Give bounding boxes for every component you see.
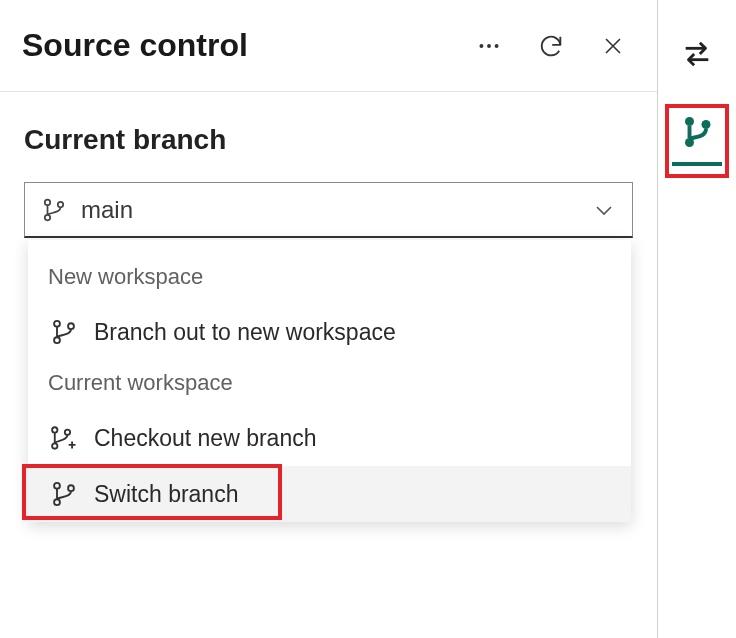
svg-point-1 <box>487 44 491 48</box>
svg-point-12 <box>54 483 60 489</box>
git-branch-plus-icon <box>48 424 80 452</box>
branch-dropdown-panel: New workspace Branch out to new workspac… <box>28 240 631 522</box>
close-icon <box>601 34 625 58</box>
svg-point-15 <box>685 117 694 126</box>
rail-sync-button[interactable] <box>671 28 723 80</box>
git-branch-icon <box>48 318 80 346</box>
panel-header: Source control <box>0 0 657 92</box>
group-current-workspace-label: Current workspace <box>28 360 631 410</box>
git-branch-icon <box>48 480 80 508</box>
branch-dropdown-value: main <box>81 196 592 224</box>
svg-point-8 <box>68 323 74 329</box>
panel-content: Current branch main New workspace <box>0 92 657 270</box>
svg-point-7 <box>54 337 60 343</box>
active-indicator <box>672 162 722 166</box>
close-button[interactable] <box>597 30 629 62</box>
panel-title: Source control <box>22 27 473 64</box>
menu-item-label: Branch out to new workspace <box>94 319 396 346</box>
svg-point-3 <box>45 199 50 204</box>
refresh-button[interactable] <box>535 30 567 62</box>
branch-dropdown: main New workspace Branch out to new wor… <box>24 182 633 238</box>
current-branch-label: Current branch <box>24 124 633 156</box>
refresh-icon <box>537 32 565 60</box>
menu-checkout-new-branch[interactable]: Checkout new branch <box>28 410 631 466</box>
svg-point-6 <box>54 321 60 327</box>
header-actions <box>473 30 629 62</box>
highlight-box <box>665 104 729 178</box>
menu-item-label: Switch branch <box>94 481 238 508</box>
source-control-panel: Source control Current branch <box>0 0 658 638</box>
right-rail <box>658 0 736 638</box>
branch-dropdown-trigger[interactable]: main <box>24 182 633 238</box>
group-new-workspace-label: New workspace <box>28 254 631 304</box>
svg-point-10 <box>52 443 57 448</box>
svg-point-0 <box>479 44 483 48</box>
menu-item-label: Checkout new branch <box>94 425 316 452</box>
svg-point-9 <box>52 427 57 432</box>
swap-icon <box>680 37 714 71</box>
svg-point-13 <box>54 499 60 505</box>
svg-point-5 <box>58 201 63 206</box>
chevron-down-icon <box>592 198 616 222</box>
more-icon <box>476 33 502 59</box>
menu-branch-out-new-workspace[interactable]: Branch out to new workspace <box>28 304 631 360</box>
git-branch-icon <box>679 114 715 150</box>
svg-point-4 <box>45 214 50 219</box>
svg-point-17 <box>702 120 711 129</box>
svg-point-2 <box>495 44 499 48</box>
menu-switch-branch[interactable]: Switch branch <box>28 466 631 522</box>
rail-source-control-button[interactable] <box>679 114 715 150</box>
git-branch-icon <box>41 197 67 223</box>
more-button[interactable] <box>473 30 505 62</box>
svg-point-14 <box>68 485 74 491</box>
svg-point-11 <box>65 430 70 435</box>
